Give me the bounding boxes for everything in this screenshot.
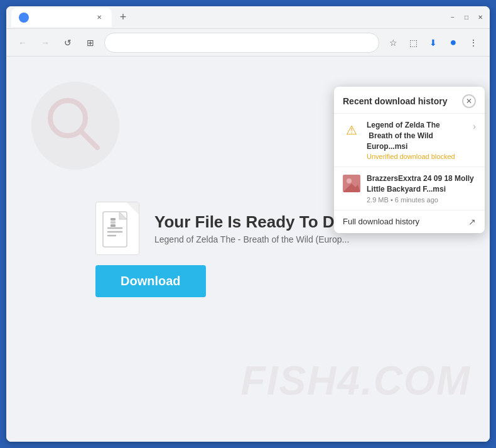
tab-favicon <box>19 13 29 23</box>
navigation-bar: ← → ↺ ⊞ ☆ ⬚ ⬇ ● ⋮ <box>6 29 490 57</box>
browser-window: ✕ + − □ ✕ ← → ↺ ⊞ ☆ ⬚ ⬇ ● ⋮ <box>6 6 490 442</box>
download-item-1-name: Legend of Zelda The Breath of the Wild E… <box>367 120 466 151</box>
download-item-2[interactable]: BrazzersExxtra 24 09 18 Molly Little Bac… <box>334 167 485 210</box>
back-button[interactable]: ← <box>14 34 31 52</box>
download-item-1-status: Unverified download blocked <box>367 153 466 160</box>
panel-footer: Full download history ↗ <box>334 210 485 233</box>
panel-title: Recent download history <box>343 96 447 106</box>
panel-close-button[interactable]: ✕ <box>462 94 476 108</box>
svg-line-1 <box>80 131 97 148</box>
minimize-button[interactable]: − <box>448 13 457 22</box>
page-content: FISH4.COM <box>6 57 490 442</box>
download-item-2-meta: 2.9 MB • 6 minutes ago <box>367 196 476 204</box>
svg-rect-9 <box>111 224 116 227</box>
svg-rect-8 <box>111 221 116 224</box>
warning-icon: ⚠ <box>343 121 360 139</box>
open-external-icon[interactable]: ↗ <box>468 217 476 227</box>
download-item-1-content: Legend of Zelda The Breath of the Wild E… <box>367 120 466 160</box>
svg-rect-7 <box>111 218 116 221</box>
full-download-history-link[interactable]: Full download history <box>343 217 419 226</box>
tab-close-button[interactable]: ✕ <box>94 13 104 23</box>
new-tab-button[interactable]: + <box>114 9 132 26</box>
download-item-2-thumbnail <box>343 175 360 192</box>
watermark-text: FISH4.COM <box>241 358 471 404</box>
address-bar[interactable] <box>104 33 379 53</box>
browser-tab[interactable]: ✕ <box>11 8 112 27</box>
maximize-button[interactable]: □ <box>462 13 471 22</box>
refresh-button[interactable]: ↺ <box>59 34 77 52</box>
bookmark-button[interactable]: ☆ <box>384 34 402 52</box>
panel-header: Recent download history ✕ <box>334 87 485 114</box>
page-subtitle: Legend of Zelda The - Breath of the Wild… <box>154 234 401 244</box>
menu-button[interactable]: ⋮ <box>465 34 482 52</box>
tab-area: ✕ + <box>11 8 443 27</box>
profile-button[interactable]: ● <box>445 34 462 52</box>
download-item-1-arrow: › <box>473 121 476 131</box>
forward-button[interactable]: → <box>36 34 54 52</box>
nav-icons: ☆ ⬚ ⬇ ● ⋮ <box>384 34 482 52</box>
file-icon <box>95 202 139 255</box>
download-item-2-content: BrazzersExxtra 24 09 18 Molly Little Bac… <box>367 173 476 204</box>
download-panel: Recent download history ✕ ⚠ Legend of Ze… <box>334 87 485 233</box>
download-item-2-name: BrazzersExxtra 24 09 18 Molly Little Bac… <box>367 173 476 195</box>
window-controls: − □ ✕ <box>448 13 485 22</box>
close-window-button[interactable]: ✕ <box>476 13 485 22</box>
svg-point-11 <box>347 178 352 183</box>
site-search-button[interactable]: ⊞ <box>82 34 99 52</box>
download-button[interactable]: Download <box>95 265 206 297</box>
address-input[interactable] <box>112 38 371 47</box>
title-bar: ✕ + − □ ✕ <box>6 6 490 29</box>
download-button[interactable]: ⬇ <box>424 34 442 52</box>
download-item-1[interactable]: ⚠ Legend of Zelda The Breath of the Wild… <box>334 114 485 167</box>
extensions-button[interactable]: ⬚ <box>404 34 422 52</box>
watermark-icon <box>31 82 119 170</box>
